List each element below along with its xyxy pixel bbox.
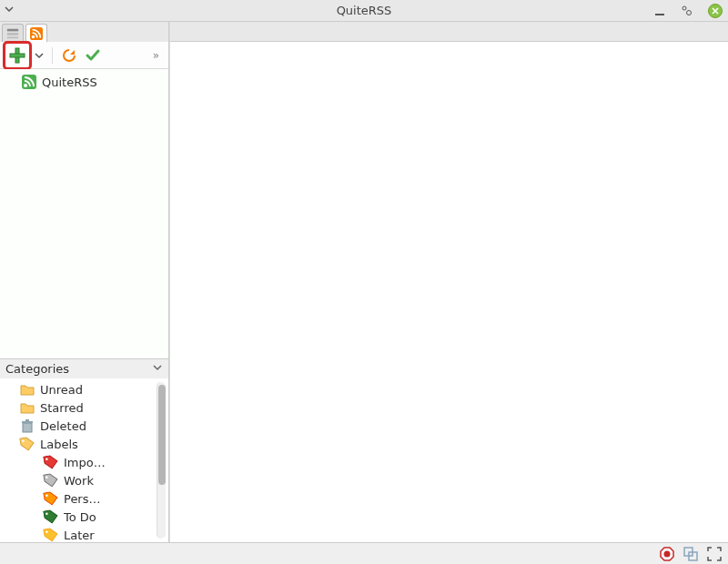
svg-rect-14	[25, 419, 29, 421]
chevron-down-icon	[35, 51, 44, 60]
tag-icon	[19, 436, 36, 453]
close-button[interactable]	[708, 4, 723, 18]
titlebar: QuiteRSS	[0, 0, 728, 22]
tab-feeds[interactable]	[25, 24, 47, 42]
left-pane: » QuiteRSS Categories Unread	[0, 22, 169, 542]
stop-icon	[660, 547, 674, 561]
categories-collapse[interactable]	[152, 362, 163, 376]
toolbar-overflow[interactable]: »	[149, 49, 163, 62]
label-text: To Do	[64, 510, 96, 524]
tag-icon	[43, 490, 60, 508]
label-item[interactable]: Impo…	[0, 453, 157, 471]
adblock-button[interactable]	[659, 546, 675, 562]
refresh-button[interactable]	[59, 45, 79, 65]
categories-scrollbar[interactable]	[157, 382, 166, 539]
categories-body: Unread Starred Deleted − Labels Im	[0, 378, 168, 542]
rss-icon	[22, 75, 36, 89]
category-label: Unread	[40, 383, 83, 397]
label-text: Impo…	[64, 456, 106, 469]
right-header	[170, 22, 728, 42]
main-content: » QuiteRSS Categories Unread	[0, 22, 728, 542]
label-item[interactable]: Work	[0, 471, 157, 489]
maximize-button[interactable]	[681, 5, 693, 17]
feed-item[interactable]: QuiteRSS	[0, 73, 168, 91]
svg-rect-10	[22, 75, 36, 89]
right-pane	[169, 22, 728, 542]
folder-icon	[20, 382, 35, 397]
feed-item-label: QuiteRSS	[42, 76, 97, 89]
tag-icon	[43, 454, 60, 471]
chevron-down-icon	[152, 362, 163, 373]
label-text: Pers…	[64, 492, 101, 506]
feed-toolbar: »	[0, 42, 168, 69]
label-text: Later	[64, 529, 95, 542]
categories-title: Categories	[5, 362, 69, 376]
svg-point-2	[687, 10, 692, 15]
mark-read-button[interactable]	[83, 45, 103, 65]
refresh-icon	[61, 47, 77, 64]
layout-icon	[683, 547, 698, 561]
add-feed-button[interactable]	[7, 45, 27, 65]
feed-list[interactable]: QuiteRSS	[0, 69, 168, 358]
svg-rect-0	[655, 14, 664, 15]
category-item-labels[interactable]: − Labels	[0, 435, 157, 453]
content-view[interactable]	[170, 42, 728, 542]
svg-point-7	[32, 35, 35, 38]
label-item[interactable]: To Do	[0, 508, 157, 526]
label-text: Work	[64, 474, 94, 488]
fullscreen-button[interactable]	[706, 546, 723, 562]
app-menu-chevron[interactable]	[0, 4, 18, 17]
svg-point-11	[24, 84, 27, 87]
add-dropdown[interactable]	[33, 49, 46, 62]
tab-list-view[interactable]	[2, 24, 24, 42]
svg-rect-4	[7, 33, 18, 35]
category-item-deleted[interactable]: Deleted	[0, 417, 157, 435]
category-label: Starred	[40, 401, 84, 415]
label-item[interactable]: Pers…	[0, 489, 157, 508]
left-tabs	[0, 22, 168, 42]
check-icon	[85, 47, 101, 64]
svg-rect-13	[22, 421, 33, 423]
category-label: Labels	[40, 438, 78, 451]
tag-icon	[43, 509, 60, 526]
label-item[interactable]: Later	[0, 526, 157, 542]
tag-icon	[43, 472, 60, 489]
minimize-button[interactable]	[653, 5, 666, 17]
svg-rect-5	[7, 36, 18, 38]
svg-rect-12	[23, 423, 32, 432]
statusbar	[0, 542, 728, 564]
layout-button[interactable]	[682, 546, 699, 562]
category-item-unread[interactable]: Unread	[0, 380, 157, 398]
plus-icon	[9, 47, 25, 64]
categories-header[interactable]: Categories	[0, 358, 168, 378]
category-label: Deleted	[40, 419, 86, 433]
trash-icon	[20, 418, 35, 433]
category-item-starred[interactable]: Starred	[0, 398, 157, 417]
svg-point-1	[682, 6, 686, 10]
svg-rect-3	[7, 28, 18, 31]
window-title: QuiteRSS	[0, 4, 728, 17]
tag-icon	[43, 527, 60, 542]
svg-rect-9	[10, 54, 25, 57]
fullscreen-icon	[707, 547, 722, 561]
svg-point-22	[664, 550, 671, 557]
categories-tree[interactable]: Unread Starred Deleted − Labels Im	[0, 378, 157, 542]
highlight-add-feed	[5, 44, 29, 67]
svg-rect-6	[30, 27, 43, 40]
scrollbar-thumb[interactable]	[158, 385, 166, 485]
folder-icon	[20, 400, 35, 415]
